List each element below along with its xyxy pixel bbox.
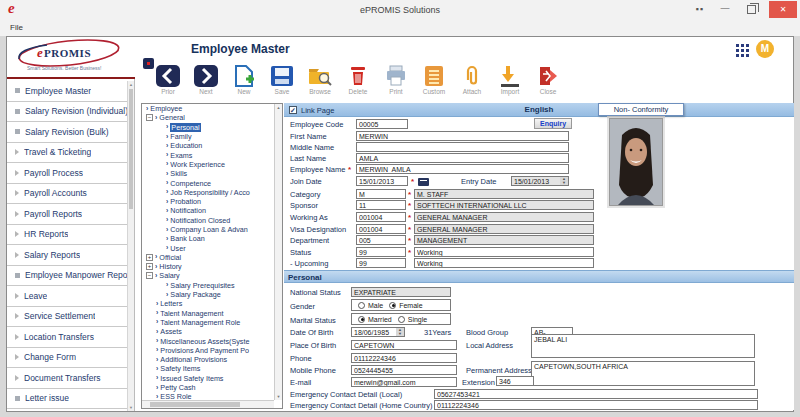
save-button[interactable]: Save bbox=[263, 63, 301, 101]
close-form-button[interactable]: Close bbox=[529, 63, 567, 101]
sponsor-code-input[interactable] bbox=[356, 200, 406, 210]
enquiry-button[interactable]: Enquiry bbox=[534, 118, 572, 129]
tree-item-official[interactable]: +›Official bbox=[142, 253, 282, 262]
sidebar-item-salary-revision-bulk[interactable]: Salary Revision (Bulk) bbox=[7, 122, 128, 143]
import-button[interactable]: Import bbox=[491, 63, 529, 101]
gender-female-radio[interactable] bbox=[389, 302, 396, 309]
tree-item-additional-provisions[interactable]: ›Additional Provisions bbox=[142, 355, 282, 364]
tree-item-company-loan[interactable]: ›Company Loan & Advan bbox=[142, 225, 282, 234]
maximize-button[interactable] bbox=[747, 5, 756, 14]
tree-item-notification[interactable]: ›Notification bbox=[142, 206, 282, 215]
sidebar-item-travel-ticketing[interactable]: Travel & Ticketing bbox=[7, 143, 128, 164]
sidebar-item-change-form[interactable]: Change Form bbox=[7, 348, 128, 369]
spinner-icon[interactable]: ▲▼ bbox=[560, 177, 568, 185]
sidebar-item-salary-revision-individual[interactable]: Salary Revision (Individual) bbox=[7, 102, 128, 123]
email-input[interactable] bbox=[351, 377, 457, 387]
tree-item-education[interactable]: ›Education bbox=[142, 141, 282, 150]
scroll-thumb[interactable] bbox=[129, 89, 133, 209]
attach-button[interactable]: Attach bbox=[453, 63, 491, 101]
upcoming-code-input[interactable] bbox=[356, 258, 406, 268]
tree-item-letters[interactable]: ›Letters bbox=[142, 299, 282, 308]
mobile-phone-input[interactable] bbox=[351, 365, 457, 375]
tree-item-petty-cash[interactable]: ›Petty Cash bbox=[142, 383, 282, 392]
sidebar-item-salary-reports[interactable]: Salary Reports bbox=[7, 245, 128, 266]
sidebar-item-location-transfers[interactable]: Location Transfers bbox=[7, 327, 128, 348]
sidebar-item-employee-manpower-report[interactable]: Employee Manpower Repor bbox=[7, 266, 128, 287]
sidebar-item-leave[interactable]: Leave bbox=[7, 286, 128, 307]
tree-horizontal-scrollbar[interactable] bbox=[142, 400, 274, 408]
non-conformity-button[interactable]: Non- Conformity bbox=[598, 103, 684, 116]
emergency-home-input[interactable] bbox=[434, 400, 758, 410]
tree-item-skills[interactable]: ›Skills bbox=[142, 169, 282, 178]
spinner-icon[interactable]: ▲▼ bbox=[396, 328, 404, 336]
tree-item-employee[interactable]: ›Employee bbox=[142, 104, 282, 113]
menu-file[interactable]: File bbox=[10, 23, 23, 32]
local-address-input[interactable]: JEBAL ALI bbox=[531, 334, 755, 358]
sidebar-item-letter-issue[interactable]: Letter issue bbox=[7, 389, 128, 410]
sidebar-scrollbar[interactable]: ▲▼ bbox=[127, 81, 134, 411]
tree-item-salary-prerequisites[interactable]: ›Salary Prerequisites bbox=[142, 281, 282, 290]
window-options-icon[interactable]: ▪▪ bbox=[696, 4, 704, 14]
calendar-icon[interactable] bbox=[418, 178, 429, 186]
tree-item-assets[interactable]: ›Assets bbox=[142, 327, 282, 336]
scroll-up-icon[interactable]: ▲ bbox=[275, 105, 282, 110]
tree-item-exams[interactable]: ›Exams bbox=[142, 150, 282, 159]
emergency-local-input[interactable] bbox=[434, 389, 758, 399]
close-button[interactable]: ✕ bbox=[769, 1, 797, 18]
tree-item-user[interactable]: ›User bbox=[142, 243, 282, 252]
middle-name-input[interactable] bbox=[356, 142, 569, 152]
sidebar-item-payroll-process[interactable]: Payroll Process bbox=[7, 163, 128, 184]
status-code-input[interactable] bbox=[356, 247, 406, 257]
tree-item-bank-loan[interactable]: ›Bank Loan bbox=[142, 234, 282, 243]
tree-item-probation[interactable]: ›Probation bbox=[142, 197, 282, 206]
collapse-minus-icon[interactable]: − bbox=[146, 114, 153, 121]
tree-item-talent-management-role[interactable]: ›Talent Management Role bbox=[142, 318, 282, 327]
place-of-birth-input[interactable] bbox=[351, 340, 457, 350]
permanent-address-input[interactable]: CAPETOWN,SOUTH AFRICA bbox=[531, 361, 755, 386]
last-name-input[interactable] bbox=[356, 153, 569, 163]
department-code-input[interactable] bbox=[356, 235, 406, 245]
collapse-minus-icon[interactable]: − bbox=[146, 272, 153, 279]
scroll-down-icon[interactable]: ▼ bbox=[128, 405, 134, 410]
marital-single-radio[interactable] bbox=[398, 316, 405, 323]
gender-male-radio[interactable] bbox=[358, 302, 365, 309]
extension-input[interactable] bbox=[496, 376, 534, 386]
category-code-input[interactable] bbox=[356, 189, 406, 199]
tree-item-salary[interactable]: −›Salary bbox=[142, 271, 282, 280]
tree-item-competence[interactable]: ›Competence bbox=[142, 178, 282, 187]
minimize-button[interactable]: — bbox=[716, 2, 734, 17]
apps-grid-icon[interactable] bbox=[736, 44, 749, 57]
scroll-down-icon[interactable]: ▼ bbox=[275, 394, 282, 399]
tree-item-talent-management[interactable]: ›Talent Management bbox=[142, 309, 282, 318]
employee-name-input[interactable] bbox=[356, 164, 569, 174]
phone-input[interactable] bbox=[351, 353, 457, 363]
tree-item-miscellaneous-assets[interactable]: ›Miscellaneous Assets(Syste bbox=[142, 336, 282, 345]
sidebar-item-hr-reports[interactable]: HR Reports bbox=[7, 225, 128, 246]
print-button[interactable]: Print bbox=[377, 63, 415, 101]
expand-plus-icon[interactable]: + bbox=[146, 254, 153, 261]
tree-item-work-experience[interactable]: ›Work Experience bbox=[142, 160, 282, 169]
working-as-code-input[interactable] bbox=[356, 212, 406, 222]
national-status-input[interactable] bbox=[351, 287, 451, 297]
sidebar-item-employee-master[interactable]: Employee Master bbox=[7, 81, 128, 102]
sidebar-item-document-transfers[interactable]: Document Transfers bbox=[7, 368, 128, 389]
tree-item-family[interactable]: ›Family bbox=[142, 132, 282, 141]
tree-item-notification-closed[interactable]: ›Notification Closed bbox=[142, 216, 282, 225]
new-button[interactable]: New bbox=[225, 63, 263, 101]
scroll-up-icon[interactable]: ▲ bbox=[128, 82, 134, 87]
visa-designation-code-input[interactable] bbox=[356, 224, 406, 234]
join-date-input[interactable] bbox=[356, 176, 408, 186]
delete-button[interactable]: Delete bbox=[339, 63, 377, 101]
custom-button[interactable]: Custom bbox=[415, 63, 453, 101]
tree-item-issued-safety-items[interactable]: ›Issued Safety Items bbox=[142, 374, 282, 383]
sidebar-item-payroll-accounts[interactable]: Payroll Accounts bbox=[7, 184, 128, 205]
employee-code-input[interactable] bbox=[356, 119, 408, 129]
marital-married-radio[interactable] bbox=[358, 316, 365, 323]
next-button[interactable]: Next bbox=[187, 63, 225, 101]
browse-button[interactable]: Browse bbox=[301, 63, 339, 101]
prior-button[interactable]: Prior bbox=[149, 63, 187, 101]
user-avatar[interactable]: M bbox=[756, 40, 774, 58]
tree-item-provisions-payment[interactable]: ›Provisions And Payment Po bbox=[142, 346, 282, 355]
tree-item-safety-items[interactable]: ›Safety Items bbox=[142, 364, 282, 373]
tree-item-personal[interactable]: ›Personal bbox=[142, 123, 282, 132]
